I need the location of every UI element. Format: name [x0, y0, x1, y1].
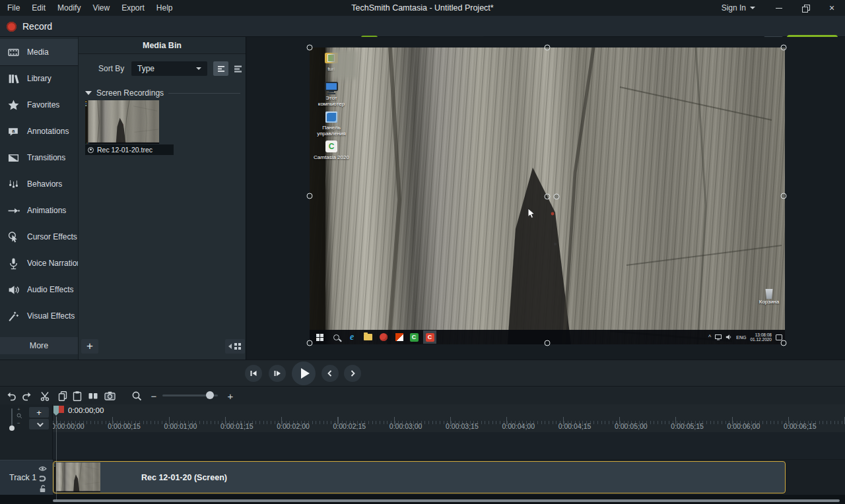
- add-media-button[interactable]: +: [81, 339, 98, 354]
- menu-file[interactable]: File: [1, 3, 26, 13]
- sidebar-item-voice-narration[interactable]: Voice Narration: [0, 250, 78, 276]
- menu-view[interactable]: View: [86, 3, 116, 13]
- sort-by-dropdown[interactable]: Type: [131, 61, 207, 76]
- ruler-label: 0:00:05;15: [671, 422, 704, 430]
- play-button[interactable]: [292, 362, 316, 385]
- selection-handle[interactable]: [307, 340, 313, 346]
- detail-view-icon: [233, 64, 242, 73]
- selection-handle[interactable]: [307, 45, 313, 51]
- menu-export[interactable]: Export: [116, 3, 151, 13]
- sidebar-item-visual-effects[interactable]: Visual Effects: [0, 303, 78, 329]
- timeline-zoom-button[interactable]: [129, 389, 144, 403]
- sidebar-item-library[interactable]: Library: [0, 65, 78, 92]
- restore-button[interactable]: [792, 0, 819, 16]
- search-icon: [331, 332, 341, 342]
- paste-button[interactable]: [70, 389, 84, 403]
- horizontal-scrollbar[interactable]: [53, 499, 840, 502]
- playhead-right-handle: [59, 406, 64, 413]
- redo-button[interactable]: [20, 389, 34, 403]
- sign-in-button[interactable]: Sign In: [722, 3, 755, 13]
- minus-icon: −: [151, 391, 157, 402]
- file-explorer-icon: [363, 332, 372, 342]
- ruler-label: 0:00:06;00: [727, 422, 760, 430]
- timeline-toolbar: − +: [0, 386, 845, 404]
- sidebar-item-media[interactable]: Media: [0, 39, 78, 65]
- sidebar-item-transitions[interactable]: Transitions: [0, 144, 78, 171]
- menu-modify[interactable]: Modify: [51, 3, 86, 13]
- timeline-ruler[interactable]: 0:00:00;00 0:00:00;000:00:00;150:00:01;0…: [53, 404, 845, 432]
- selection-handle[interactable]: [307, 193, 313, 199]
- track-magnet-icon[interactable]: [38, 474, 47, 483]
- sidebar-item-cursor-effects[interactable]: Cursor Effects: [0, 224, 78, 250]
- screen-recordings-section-header[interactable]: Screen Recordings: [85, 87, 240, 99]
- previous-clip-button[interactable]: [321, 365, 339, 382]
- undo-button[interactable]: [4, 389, 18, 403]
- selection-handle[interactable]: [781, 340, 787, 346]
- sidebar-item-label: Visual Effects: [27, 311, 75, 321]
- menu-help[interactable]: Help: [151, 3, 179, 13]
- zoom-out-button[interactable]: −: [147, 389, 161, 403]
- camtasia-window: FileEditModifyViewExportHelp TechSmith C…: [0, 0, 845, 504]
- timeline-empty-area[interactable]: [53, 432, 845, 460]
- recycle-bin-icon: Корзина: [751, 289, 788, 305]
- scissors-icon: [40, 391, 51, 402]
- playhead-time: 0:00:00;00: [68, 406, 104, 414]
- video-preview[interactable]: turiЭтот компьютерПанель управленияCCamt…: [310, 47, 785, 344]
- selection-handle[interactable]: [545, 45, 551, 51]
- chevron-down-icon: [750, 7, 755, 9]
- play-icon: [301, 368, 310, 379]
- track-visibility-eye-icon[interactable]: [38, 464, 47, 473]
- timeline-clip[interactable]: Rec 12-01-20 (Screen): [53, 461, 786, 493]
- sidebar-more-button[interactable]: More: [0, 337, 78, 354]
- office-icon: [395, 332, 404, 342]
- sidebar-item-audio-effects[interactable]: Audio Effects: [0, 276, 78, 303]
- selection-handle[interactable]: [545, 340, 551, 346]
- step-forward-button[interactable]: [269, 365, 286, 382]
- selection-handle[interactable]: [781, 193, 787, 199]
- minimize-button[interactable]: [766, 0, 792, 16]
- collapse-triangle-icon: [85, 91, 92, 95]
- playhead-marker[interactable]: [53, 405, 65, 416]
- close-button[interactable]: ×: [819, 0, 845, 16]
- media-bin-title: Media Bin: [79, 37, 246, 54]
- step-back-button[interactable]: [245, 365, 262, 382]
- timeline-zoom-slider-knob[interactable]: [206, 391, 214, 399]
- media-item-rec[interactable]: Rec 12-01-20.trec: [85, 100, 174, 155]
- sidebar-item-behaviors[interactable]: Behaviors: [0, 171, 78, 197]
- ruler-label: 0:00:05;00: [615, 422, 648, 430]
- center-handle[interactable]: [554, 194, 560, 200]
- zoom-in-button[interactable]: +: [223, 389, 238, 403]
- detail-view-toggle[interactable]: [230, 61, 245, 76]
- menu-edit[interactable]: Edit: [26, 3, 51, 13]
- ruler-label: 0:00:00;15: [108, 422, 141, 430]
- panel-view-toggle[interactable]: [225, 339, 245, 354]
- list-view-toggle[interactable]: [213, 61, 228, 76]
- cut-button[interactable]: [38, 389, 52, 403]
- sidebar-item-label: Favorites: [27, 100, 59, 110]
- chevron-left-icon: [325, 369, 335, 378]
- close-icon: ×: [829, 3, 834, 13]
- ruler-label: 0:00:02;00: [277, 422, 310, 430]
- copy-button[interactable]: [55, 389, 70, 403]
- edge-icon: e: [347, 332, 356, 342]
- transitions-icon: [7, 152, 20, 164]
- split-button[interactable]: [86, 389, 100, 403]
- media-bin-panel: Media Bin Sort By Type Screen Recordings…: [78, 37, 246, 360]
- selection-handle[interactable]: [781, 45, 787, 51]
- track-height-plus-icon[interactable]: +: [17, 406, 20, 412]
- track-height-slider-knob[interactable]: [9, 425, 15, 431]
- track-height-minus-icon[interactable]: −: [17, 420, 20, 426]
- add-track-button[interactable]: +: [29, 407, 49, 418]
- record-button[interactable]: Record: [7, 18, 52, 34]
- track-options-button[interactable]: [29, 419, 49, 429]
- sidebar-item-annotations[interactable]: aAnnotations: [0, 118, 78, 144]
- capture-frame-button[interactable]: [102, 389, 117, 403]
- track-lock-icon[interactable]: [38, 484, 47, 493]
- sidebar-item-favorites[interactable]: Favorites: [0, 92, 78, 118]
- toolbar: Record 56% ↓ Export: [0, 16, 845, 37]
- blurred-region: [332, 50, 357, 79]
- center-handle[interactable]: [545, 194, 551, 200]
- sidebar-item-animations[interactable]: Animations: [0, 197, 78, 224]
- undo-icon: [5, 390, 17, 402]
- next-clip-button[interactable]: [344, 365, 361, 382]
